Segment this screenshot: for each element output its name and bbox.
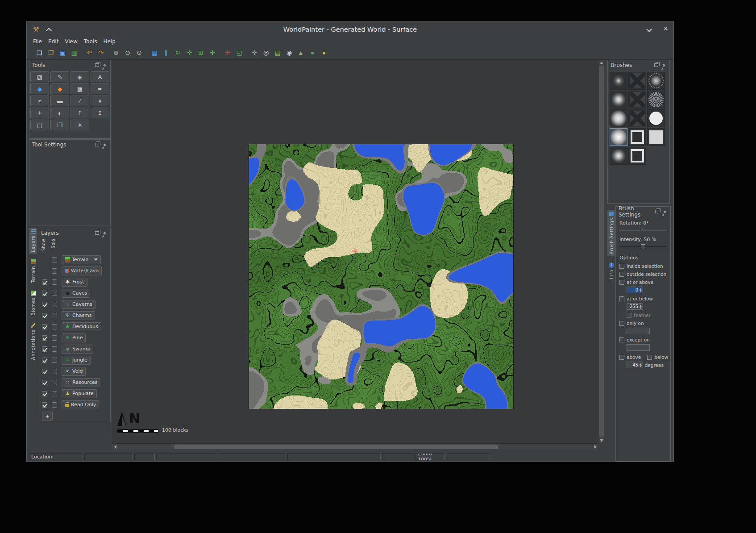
scroll-right-icon[interactable] [592,444,598,450]
degrees-spinner[interactable]: 45 [627,362,643,368]
solo-checkbox[interactable] [52,346,57,352]
brush-spiky[interactable] [647,72,665,90]
brush-soft-medium[interactable] [610,91,627,108]
show-checkbox[interactable] [42,335,47,341]
spray-tool-button[interactable]: ✳ [71,120,89,130]
brush-solid-square[interactable] [647,128,665,146]
solo-checkbox[interactable] [52,257,57,262]
annotations-view-button[interactable]: ● [319,47,329,58]
brush-noise[interactable] [647,91,665,108]
at-or-above-option[interactable]: at or above [619,279,668,285]
brush-soft-large[interactable] [610,109,627,127]
above-checkbox[interactable] [619,355,624,360]
rotation-slider-thumb[interactable] [641,228,645,232]
intensity-slider[interactable] [619,243,667,250]
spinner-down-icon[interactable] [640,307,642,309]
inside-selection-option[interactable]: inside selection [619,263,668,269]
terrain-dropdown[interactable]: Terrain [62,255,101,264]
layer-button-caves[interactable]: ●Caves [62,289,90,298]
clone-tool-button[interactable]: ❐ [50,120,69,130]
show-checkbox[interactable] [42,369,47,374]
horizontal-scrollbar[interactable] [112,443,598,450]
brush-soft-small[interactable] [610,72,627,90]
grid-view-button[interactable]: ▦ [149,47,160,58]
at-or-below-checkbox[interactable] [619,296,624,301]
show-checkbox[interactable] [42,380,47,385]
spinner-down-icon[interactable] [640,365,642,367]
at-or-below-spinner[interactable]: 255 [627,303,643,310]
solo-checkbox[interactable] [52,358,57,363]
solo-checkbox[interactable] [52,369,57,374]
show-grid-button[interactable]: ✛ [249,47,260,58]
terrain-tool-button[interactable]: ▩ [71,83,89,94]
vertical-scroll-thumb[interactable] [599,66,604,437]
redo-button[interactable]: ↷ [96,47,106,58]
pin-panel-icon[interactable] [103,232,106,235]
layer-button-caverns[interactable]: ◗Caverns [62,300,96,309]
show-checkbox[interactable] [42,391,47,396]
zoom-in-button[interactable]: ⊕ [111,47,121,58]
float-panel-icon[interactable] [655,210,659,213]
menu-view[interactable]: View [62,37,80,46]
spinner-down-icon[interactable] [640,290,642,292]
show-checkbox[interactable] [42,402,47,408]
show-checkbox[interactable] [42,346,47,352]
layer-button-read-only[interactable]: Read Only [62,400,99,409]
layer-button-void[interactable]: ∞Void [62,367,86,376]
outside-selection-checkbox[interactable] [619,272,624,277]
lava-tool-button[interactable]: ◆ [50,83,69,94]
layer-button-resources[interactable]: ∷Resources [62,378,100,387]
pin-panel-icon[interactable] [103,64,106,67]
horizontal-scroll-thumb[interactable] [174,445,498,449]
map-canvas[interactable] [249,144,513,409]
overlay-image-button[interactable]: ▤ [272,47,283,58]
solo-checkbox[interactable] [52,302,57,307]
solo-checkbox[interactable] [52,324,57,329]
scroll-up-icon[interactable] [598,60,604,66]
menu-tools[interactable]: Tools [81,37,100,46]
menu-file[interactable]: File [30,37,45,46]
float-panel-icon[interactable] [95,143,99,146]
at-or-above-spinner[interactable]: 0 [627,287,643,293]
layer-button-populate[interactable]: ♟Populate [62,389,97,398]
rotation-slider[interactable] [619,227,667,233]
layer-button-chasms[interactable]: ΨChasms [62,311,95,320]
only-on-option[interactable]: only on [619,321,668,326]
flood-tool-button[interactable]: ◈ [71,71,89,82]
view-toggle-button[interactable]: ◉ [284,47,295,58]
undo-button[interactable]: ↶ [84,47,95,58]
zoom-out-button[interactable]: ⊖ [122,47,133,58]
except-on-checkbox[interactable] [619,337,624,342]
raise-tool-button[interactable]: ↥ [71,108,89,118]
lower-tool-button[interactable]: ↧ [91,108,109,118]
menu-help[interactable]: Help [100,37,118,46]
inside-selection-checkbox[interactable] [619,264,624,269]
layer-button-swamp[interactable]: ψSwamp [62,345,93,354]
pin-panel-icon[interactable] [663,210,666,213]
height-tool-button[interactable]: ≈ [30,96,49,106]
tab-info[interactable]: Info [607,261,615,281]
show-checkbox[interactable] [42,302,47,307]
float-panel-icon[interactable] [95,231,99,235]
open-world-button[interactable]: ❐ [46,47,56,58]
menu-edit[interactable]: Edit [45,37,62,46]
slope-tool-button[interactable]: ∕ [71,96,89,106]
solo-checkbox[interactable] [52,279,57,285]
rotate-view-button[interactable]: ↻ [172,47,183,58]
only-on-combo[interactable] [627,328,650,334]
tab-layers[interactable]: Layers [29,228,37,254]
except-on-combo[interactable] [627,344,650,351]
fit-view-button[interactable]: ⊞ [195,47,206,58]
solo-checkbox[interactable] [52,268,57,274]
pan-view-button[interactable]: ✛ [184,47,195,58]
show-checkbox[interactable] [42,279,47,285]
only-on-checkbox[interactable] [619,321,624,326]
scroll-down-icon[interactable] [598,437,604,443]
terrain-altitude-button[interactable]: ▲ [295,47,306,58]
solo-checkbox[interactable] [52,380,57,385]
layer-button-deciduous[interactable]: ♣Deciduous [62,322,101,331]
brush-solid-circle[interactable] [647,109,665,127]
at-or-below-option[interactable]: at or below [619,296,668,301]
save-world-button[interactable]: ▣ [57,47,68,58]
layer-button-water-lava[interactable]: Water/Lava [62,266,102,275]
